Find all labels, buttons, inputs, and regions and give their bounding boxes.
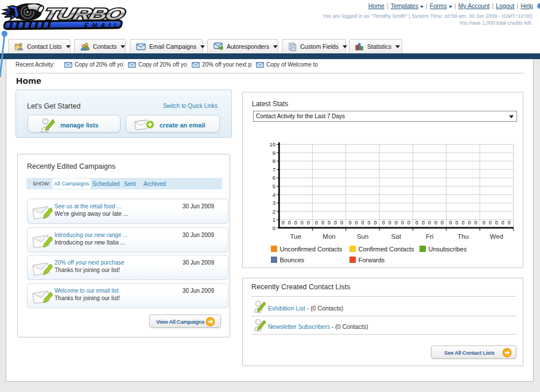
svg-text:10: 10 <box>269 141 275 148</box>
svg-text:0: 0 <box>422 220 425 226</box>
svg-text:Mon: Mon <box>323 233 335 240</box>
svg-text:Sat: Sat <box>391 233 402 240</box>
svg-text:4: 4 <box>273 192 275 198</box>
svg-text:0: 0 <box>449 220 452 226</box>
svg-text:0: 0 <box>415 220 418 226</box>
svg-text:0: 0 <box>474 220 477 226</box>
svg-text:0: 0 <box>273 225 275 231</box>
svg-text:1: 1 <box>273 216 275 223</box>
svg-text:0: 0 <box>508 220 511 226</box>
svg-text:0: 0 <box>401 220 404 226</box>
svg-text:0: 0 <box>395 220 398 226</box>
svg-text:Thu: Thu <box>457 233 469 240</box>
svg-text:0: 0 <box>340 220 343 226</box>
svg-text:0: 0 <box>321 220 324 226</box>
svg-text:0: 0 <box>389 220 391 226</box>
svg-text:0: 0 <box>495 220 498 226</box>
svg-text:Sun: Sun <box>357 233 368 240</box>
svg-text:0: 0 <box>483 220 485 226</box>
svg-text:0: 0 <box>361 220 364 226</box>
svg-text:Forwards: Forwards <box>359 257 385 263</box>
svg-text:0: 0 <box>441 220 444 226</box>
svg-text:0: 0 <box>461 220 464 226</box>
svg-text:0: 0 <box>428 220 431 226</box>
svg-text:0: 0 <box>282 220 285 226</box>
svg-text:0: 0 <box>348 220 351 226</box>
svg-text:0: 0 <box>334 220 337 226</box>
svg-text:7: 7 <box>273 166 275 173</box>
svg-text:0: 0 <box>294 220 297 226</box>
svg-text:6: 6 <box>273 174 275 181</box>
svg-text:0: 0 <box>382 220 385 226</box>
svg-text:0: 0 <box>502 220 504 226</box>
svg-text:0: 0 <box>468 220 471 226</box>
svg-text:0: 0 <box>328 220 331 226</box>
svg-text:0: 0 <box>301 220 304 226</box>
svg-text:0: 0 <box>355 220 358 226</box>
svg-text:Confirmed Contacts: Confirmed Contacts <box>359 246 415 253</box>
svg-text:Bounces: Bounces <box>280 257 305 263</box>
svg-text:0: 0 <box>315 220 318 226</box>
svg-text:Unsubscribes: Unsubscribes <box>429 246 467 253</box>
svg-text:5: 5 <box>273 183 275 189</box>
svg-text:0: 0 <box>367 220 370 226</box>
svg-text:8: 8 <box>273 158 275 164</box>
svg-text:0: 0 <box>374 220 376 226</box>
svg-text:Tue: Tue <box>290 233 301 240</box>
svg-text:9: 9 <box>273 150 275 156</box>
svg-text:TURBO: TURBO <box>41 5 127 23</box>
svg-text:0: 0 <box>489 220 492 226</box>
svg-text:2: 2 <box>273 208 275 215</box>
svg-text:0: 0 <box>434 220 437 226</box>
svg-text:0: 0 <box>455 220 458 226</box>
svg-text:Wed: Wed <box>490 233 503 240</box>
svg-text:0: 0 <box>307 220 310 226</box>
svg-text:Unconfirmed Contacts: Unconfirmed Contacts <box>280 246 343 253</box>
svg-text:3: 3 <box>273 200 275 206</box>
svg-text:0: 0 <box>288 220 291 226</box>
svg-text:0: 0 <box>407 220 410 226</box>
svg-text:Fri: Fri <box>426 233 433 240</box>
